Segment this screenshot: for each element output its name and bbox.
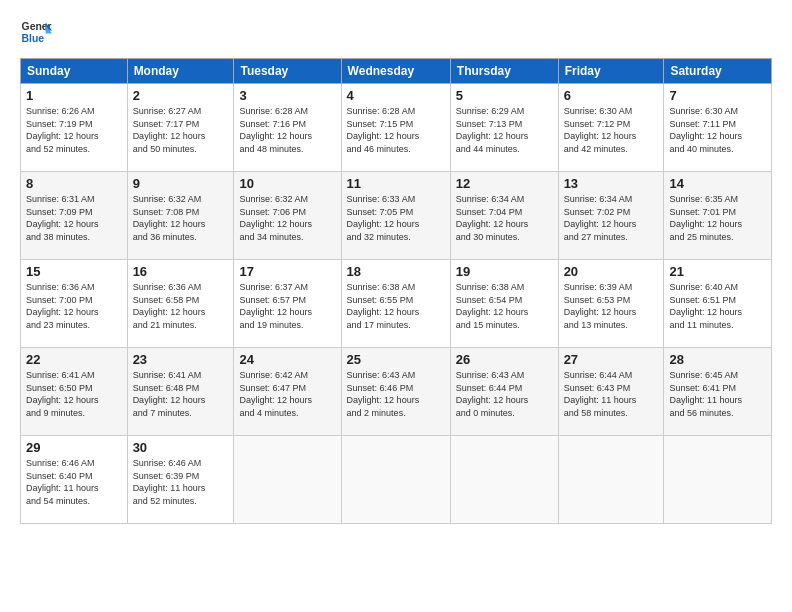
day-header-thursday: Thursday: [450, 59, 558, 84]
day-info: Sunrise: 6:36 AM Sunset: 6:58 PM Dayligh…: [133, 281, 229, 331]
calendar-cell: 18Sunrise: 6:38 AM Sunset: 6:55 PM Dayli…: [341, 260, 450, 348]
day-info: Sunrise: 6:28 AM Sunset: 7:15 PM Dayligh…: [347, 105, 445, 155]
day-info: Sunrise: 6:30 AM Sunset: 7:11 PM Dayligh…: [669, 105, 766, 155]
day-info: Sunrise: 6:46 AM Sunset: 6:39 PM Dayligh…: [133, 457, 229, 507]
day-number: 2: [133, 88, 229, 103]
calendar-cell: 17Sunrise: 6:37 AM Sunset: 6:57 PM Dayli…: [234, 260, 341, 348]
day-number: 3: [239, 88, 335, 103]
calendar-cell: 7Sunrise: 6:30 AM Sunset: 7:11 PM Daylig…: [664, 84, 772, 172]
day-info: Sunrise: 6:32 AM Sunset: 7:06 PM Dayligh…: [239, 193, 335, 243]
day-info: Sunrise: 6:31 AM Sunset: 7:09 PM Dayligh…: [26, 193, 122, 243]
day-header-friday: Friday: [558, 59, 664, 84]
day-header-wednesday: Wednesday: [341, 59, 450, 84]
day-number: 20: [564, 264, 659, 279]
day-number: 8: [26, 176, 122, 191]
calendar-cell: 15Sunrise: 6:36 AM Sunset: 7:00 PM Dayli…: [21, 260, 128, 348]
day-number: 26: [456, 352, 553, 367]
calendar-cell: 19Sunrise: 6:38 AM Sunset: 6:54 PM Dayli…: [450, 260, 558, 348]
svg-text:Blue: Blue: [22, 33, 45, 44]
calendar-cell: 5Sunrise: 6:29 AM Sunset: 7:13 PM Daylig…: [450, 84, 558, 172]
day-info: Sunrise: 6:28 AM Sunset: 7:16 PM Dayligh…: [239, 105, 335, 155]
calendar-cell: 25Sunrise: 6:43 AM Sunset: 6:46 PM Dayli…: [341, 348, 450, 436]
day-number: 17: [239, 264, 335, 279]
day-number: 9: [133, 176, 229, 191]
day-number: 27: [564, 352, 659, 367]
calendar-cell: [341, 436, 450, 524]
day-info: Sunrise: 6:44 AM Sunset: 6:43 PM Dayligh…: [564, 369, 659, 419]
calendar-cell: 14Sunrise: 6:35 AM Sunset: 7:01 PM Dayli…: [664, 172, 772, 260]
day-number: 14: [669, 176, 766, 191]
calendar-cell: 27Sunrise: 6:44 AM Sunset: 6:43 PM Dayli…: [558, 348, 664, 436]
day-number: 16: [133, 264, 229, 279]
day-info: Sunrise: 6:43 AM Sunset: 6:46 PM Dayligh…: [347, 369, 445, 419]
calendar-cell: 28Sunrise: 6:45 AM Sunset: 6:41 PM Dayli…: [664, 348, 772, 436]
calendar-cell: 29Sunrise: 6:46 AM Sunset: 6:40 PM Dayli…: [21, 436, 128, 524]
day-number: 1: [26, 88, 122, 103]
day-number: 11: [347, 176, 445, 191]
day-info: Sunrise: 6:35 AM Sunset: 7:01 PM Dayligh…: [669, 193, 766, 243]
calendar-cell: 22Sunrise: 6:41 AM Sunset: 6:50 PM Dayli…: [21, 348, 128, 436]
calendar-cell: 20Sunrise: 6:39 AM Sunset: 6:53 PM Dayli…: [558, 260, 664, 348]
day-number: 13: [564, 176, 659, 191]
calendar-cell: 3Sunrise: 6:28 AM Sunset: 7:16 PM Daylig…: [234, 84, 341, 172]
day-info: Sunrise: 6:43 AM Sunset: 6:44 PM Dayligh…: [456, 369, 553, 419]
calendar-cell: 6Sunrise: 6:30 AM Sunset: 7:12 PM Daylig…: [558, 84, 664, 172]
day-info: Sunrise: 6:39 AM Sunset: 6:53 PM Dayligh…: [564, 281, 659, 331]
day-info: Sunrise: 6:26 AM Sunset: 7:19 PM Dayligh…: [26, 105, 122, 155]
calendar-cell: 24Sunrise: 6:42 AM Sunset: 6:47 PM Dayli…: [234, 348, 341, 436]
day-number: 22: [26, 352, 122, 367]
day-number: 25: [347, 352, 445, 367]
calendar-cell: 12Sunrise: 6:34 AM Sunset: 7:04 PM Dayli…: [450, 172, 558, 260]
day-info: Sunrise: 6:34 AM Sunset: 7:04 PM Dayligh…: [456, 193, 553, 243]
calendar-cell: 16Sunrise: 6:36 AM Sunset: 6:58 PM Dayli…: [127, 260, 234, 348]
day-number: 4: [347, 88, 445, 103]
day-number: 30: [133, 440, 229, 455]
day-info: Sunrise: 6:33 AM Sunset: 7:05 PM Dayligh…: [347, 193, 445, 243]
day-number: 5: [456, 88, 553, 103]
calendar-cell: 8Sunrise: 6:31 AM Sunset: 7:09 PM Daylig…: [21, 172, 128, 260]
day-number: 15: [26, 264, 122, 279]
day-number: 18: [347, 264, 445, 279]
day-number: 12: [456, 176, 553, 191]
day-info: Sunrise: 6:36 AM Sunset: 7:00 PM Dayligh…: [26, 281, 122, 331]
logo-icon: General Blue: [20, 16, 52, 48]
day-number: 23: [133, 352, 229, 367]
day-header-sunday: Sunday: [21, 59, 128, 84]
day-number: 24: [239, 352, 335, 367]
calendar-cell: [558, 436, 664, 524]
day-info: Sunrise: 6:30 AM Sunset: 7:12 PM Dayligh…: [564, 105, 659, 155]
day-info: Sunrise: 6:41 AM Sunset: 6:50 PM Dayligh…: [26, 369, 122, 419]
calendar-cell: 4Sunrise: 6:28 AM Sunset: 7:15 PM Daylig…: [341, 84, 450, 172]
day-number: 29: [26, 440, 122, 455]
day-info: Sunrise: 6:37 AM Sunset: 6:57 PM Dayligh…: [239, 281, 335, 331]
day-info: Sunrise: 6:38 AM Sunset: 6:54 PM Dayligh…: [456, 281, 553, 331]
calendar-cell: [450, 436, 558, 524]
calendar-cell: [234, 436, 341, 524]
day-info: Sunrise: 6:38 AM Sunset: 6:55 PM Dayligh…: [347, 281, 445, 331]
day-info: Sunrise: 6:42 AM Sunset: 6:47 PM Dayligh…: [239, 369, 335, 419]
logo: General Blue: [20, 16, 52, 48]
day-header-saturday: Saturday: [664, 59, 772, 84]
calendar-cell: 11Sunrise: 6:33 AM Sunset: 7:05 PM Dayli…: [341, 172, 450, 260]
day-number: 10: [239, 176, 335, 191]
calendar-cell: 2Sunrise: 6:27 AM Sunset: 7:17 PM Daylig…: [127, 84, 234, 172]
calendar-cell: 13Sunrise: 6:34 AM Sunset: 7:02 PM Dayli…: [558, 172, 664, 260]
day-info: Sunrise: 6:45 AM Sunset: 6:41 PM Dayligh…: [669, 369, 766, 419]
calendar: SundayMondayTuesdayWednesdayThursdayFrid…: [20, 58, 772, 524]
day-info: Sunrise: 6:40 AM Sunset: 6:51 PM Dayligh…: [669, 281, 766, 331]
day-header-tuesday: Tuesday: [234, 59, 341, 84]
calendar-cell: 1Sunrise: 6:26 AM Sunset: 7:19 PM Daylig…: [21, 84, 128, 172]
day-number: 7: [669, 88, 766, 103]
day-info: Sunrise: 6:27 AM Sunset: 7:17 PM Dayligh…: [133, 105, 229, 155]
day-info: Sunrise: 6:34 AM Sunset: 7:02 PM Dayligh…: [564, 193, 659, 243]
day-number: 28: [669, 352, 766, 367]
day-number: 21: [669, 264, 766, 279]
day-info: Sunrise: 6:29 AM Sunset: 7:13 PM Dayligh…: [456, 105, 553, 155]
day-number: 19: [456, 264, 553, 279]
day-number: 6: [564, 88, 659, 103]
day-header-monday: Monday: [127, 59, 234, 84]
calendar-cell: 21Sunrise: 6:40 AM Sunset: 6:51 PM Dayli…: [664, 260, 772, 348]
day-info: Sunrise: 6:41 AM Sunset: 6:48 PM Dayligh…: [133, 369, 229, 419]
calendar-cell: 23Sunrise: 6:41 AM Sunset: 6:48 PM Dayli…: [127, 348, 234, 436]
calendar-cell: 26Sunrise: 6:43 AM Sunset: 6:44 PM Dayli…: [450, 348, 558, 436]
